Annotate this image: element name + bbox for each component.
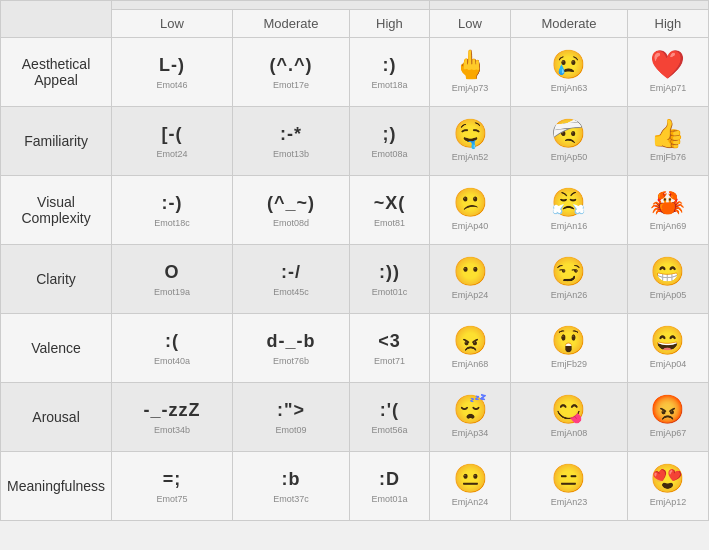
- emoticon-low-header: Low: [112, 10, 233, 38]
- emoticon-cell-3-0: OEmot19a: [112, 245, 233, 314]
- emoji-group-header: [429, 1, 708, 10]
- table-row: Familiarity[-(Emot24:-*Emot13b;)Emot08a🤤…: [1, 107, 709, 176]
- emoji-cell-6-1: 😑EmjAn23: [511, 452, 628, 521]
- table-row: Meaningfulness=;Emot75:bEmot37c:DEmot01a…: [1, 452, 709, 521]
- emoji-cell-3-1: 😏EmjAn26: [511, 245, 628, 314]
- row-header-3: Clarity: [1, 245, 112, 314]
- emoticon-moderate-header: Moderate: [233, 10, 350, 38]
- emoji-cell-0-0: 🖕EmjAp73: [429, 38, 510, 107]
- emoticon-cell-5-1: :">Emot09: [233, 383, 350, 452]
- emoji-cell-5-0: 😴EmjAp34: [429, 383, 510, 452]
- row-header-2: Visual Complexity: [1, 176, 112, 245]
- row-header-4: Valence: [1, 314, 112, 383]
- emoticon-cell-4-0: :(Emot40a: [112, 314, 233, 383]
- emoticon-cell-5-0: -_-zzZEmot34b: [112, 383, 233, 452]
- emoji-cell-3-0: 😶EmjAp24: [429, 245, 510, 314]
- emoji-cell-1-0: 🤤EmjAn52: [429, 107, 510, 176]
- emoticon-cell-4-1: d-_-bEmot76b: [233, 314, 350, 383]
- emoji-cell-5-2: 😡EmjAp67: [627, 383, 708, 452]
- emoji-cell-0-2: ❤️EmjAp71: [627, 38, 708, 107]
- emoticon-cell-0-2: :)Emot18a: [349, 38, 429, 107]
- table-row: Visual Complexity:-)Emot18c(^_~)Emot08d~…: [1, 176, 709, 245]
- table-row: Valence:(Emot40ad-_-bEmot76b<3Emot71😠Emj…: [1, 314, 709, 383]
- emoji-cell-2-2: 🦀EmjAn69: [627, 176, 708, 245]
- emoji-low-header: Low: [429, 10, 510, 38]
- emoticon-cell-1-2: ;)Emot08a: [349, 107, 429, 176]
- emoticon-cell-6-0: =;Emot75: [112, 452, 233, 521]
- emoticon-cell-0-0: L-)Emot46: [112, 38, 233, 107]
- row-header-5: Arousal: [1, 383, 112, 452]
- emoticon-cell-2-2: ~X(Emot81: [349, 176, 429, 245]
- emoji-moderate-header: Moderate: [511, 10, 628, 38]
- emoticon-cell-4-2: <3Emot71: [349, 314, 429, 383]
- emoji-cell-4-1: 😲EmjFb29: [511, 314, 628, 383]
- emoticon-cell-5-2: :'(Emot56a: [349, 383, 429, 452]
- emoticon-cell-3-2: :))Emot01c: [349, 245, 429, 314]
- emoji-cell-3-2: 😁EmjAp05: [627, 245, 708, 314]
- emoticon-high-header: High: [349, 10, 429, 38]
- emoticon-cell-6-1: :bEmot37c: [233, 452, 350, 521]
- emoticon-cell-2-1: (^_~)Emot08d: [233, 176, 350, 245]
- emoji-cell-2-1: 😤EmjAn16: [511, 176, 628, 245]
- emoji-cell-6-2: 😍EmjAp12: [627, 452, 708, 521]
- emoticon-cell-1-0: [-(Emot24: [112, 107, 233, 176]
- emoticon-cell-1-1: :-*Emot13b: [233, 107, 350, 176]
- row-header-6: Meaningfulness: [1, 452, 112, 521]
- emoticon-group-header: [112, 1, 430, 10]
- empty-corner: [1, 1, 112, 38]
- emoticon-cell-6-2: :DEmot01a: [349, 452, 429, 521]
- emoji-cell-0-1: 😢EmjAn63: [511, 38, 628, 107]
- row-header-1: Familiarity: [1, 107, 112, 176]
- emoticon-cell-3-1: :-/Emot45c: [233, 245, 350, 314]
- row-header-0: Aesthetical Appeal: [1, 38, 112, 107]
- emoticon-cell-2-0: :-)Emot18c: [112, 176, 233, 245]
- emoji-cell-1-2: 👍EmjFb76: [627, 107, 708, 176]
- emoji-cell-4-2: 😄EmjAp04: [627, 314, 708, 383]
- emoji-cell-2-0: 😕EmjAp40: [429, 176, 510, 245]
- comparison-table: Low Moderate High Low Moderate High Aest…: [0, 0, 709, 521]
- emoji-cell-1-1: 🤕EmjAp50: [511, 107, 628, 176]
- emoji-cell-4-0: 😠EmjAn68: [429, 314, 510, 383]
- table-row: Arousal-_-zzZEmot34b:">Emot09:'(Emot56a😴…: [1, 383, 709, 452]
- table-row: ClarityOEmot19a:-/Emot45c:))Emot01c😶EmjA…: [1, 245, 709, 314]
- table-row: Aesthetical AppealL-)Emot46(^.^)Emot17e:…: [1, 38, 709, 107]
- emoji-cell-6-0: 😐EmjAn24: [429, 452, 510, 521]
- emoji-high-header: High: [627, 10, 708, 38]
- emoticon-cell-0-1: (^.^)Emot17e: [233, 38, 350, 107]
- emoji-cell-5-1: 😋EmjAn08: [511, 383, 628, 452]
